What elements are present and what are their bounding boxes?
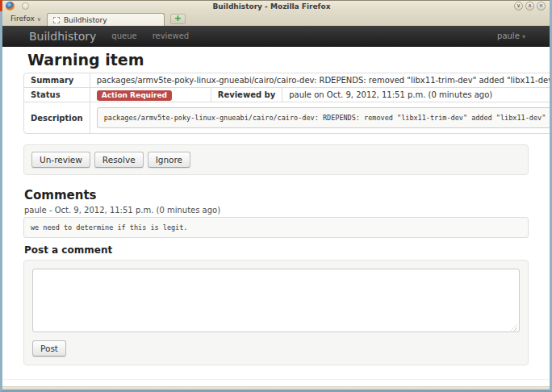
post-comment-heading: Post a comment — [24, 244, 529, 256]
actions-toolbar: Un-review Resolve Ignore — [23, 144, 529, 175]
maximize-icon: ∧ — [528, 2, 532, 9]
window-controls: ∨ ∧ × — [514, 2, 546, 10]
app-navbar: Buildhistory queue reviewed paule ▾ — [2, 26, 550, 47]
nav-link-reviewed[interactable]: reviewed — [153, 31, 190, 40]
maximize-button[interactable]: ∧ — [525, 2, 534, 10]
close-button[interactable]: × — [537, 2, 546, 10]
tab-label: Buildhistory — [64, 16, 107, 24]
comment-body: we need to determine if this is legit. — [23, 217, 529, 238]
summary-value: packages/armv5te-poky-linux-gnueabi/cair… — [90, 73, 550, 87]
app-brand[interactable]: Buildhistory — [29, 30, 96, 43]
description-row: Description packages/armv5te-poky-linux-… — [24, 102, 550, 133]
new-tab-button[interactable]: + — [170, 14, 186, 24]
page-content: Warning item Summary packages/armv5te-po… — [2, 47, 550, 386]
status-label: Status — [24, 87, 90, 102]
window-titlebar: Buildhistory - Mozilla Firefox ∨ ∧ × — [2, 0, 550, 11]
window-title: Buildhistory - Mozilla Firefox — [32, 2, 511, 11]
unreview-button[interactable]: Un-review — [31, 152, 90, 168]
summary-row: Summary packages/armv5te-poky-linux-gnue… — [24, 73, 550, 87]
comment-meta: paule - Oct. 9, 2012, 11:51 p.m. (0 minu… — [24, 206, 529, 215]
description-value: packages/armv5te-poky-linux-gnueabi/cair… — [97, 107, 550, 128]
post-button[interactable]: Post — [32, 340, 66, 357]
summary-label: Summary — [24, 73, 90, 87]
user-dropdown[interactable]: paule ▾ — [497, 31, 525, 40]
firefox-menu-label: Firefox — [10, 15, 35, 23]
post-comment-panel: Post — [23, 260, 529, 365]
caret-down-icon: ▾ — [522, 33, 525, 40]
user-name: paule — [497, 31, 520, 40]
browser-window: Buildhistory - Mozilla Firefox ∨ ∧ × Fir… — [0, 0, 552, 392]
ignore-button[interactable]: Ignore — [148, 152, 190, 168]
tab-buildhistory[interactable]: Buildhistory — [47, 13, 165, 26]
reviewed-by-value: paule on Oct. 9, 2012, 11:51 p.m. (0 min… — [282, 87, 550, 102]
desktop-corner — [0, 0, 2, 11]
resolve-button[interactable]: Resolve — [94, 152, 144, 168]
page-favicon-icon — [53, 17, 60, 23]
plus-icon: + — [174, 13, 182, 23]
screen: Buildhistory - Mozilla Firefox ∨ ∧ × Fir… — [0, 0, 552, 392]
nav-link-queue[interactable]: queue — [111, 31, 136, 40]
firefox-menu-button[interactable]: Firefox∨ — [10, 15, 41, 23]
window-bottom-edge — [2, 386, 550, 390]
reviewed-by-label: Reviewed by — [211, 87, 282, 102]
status-badge: Action Required — [97, 90, 172, 101]
comment-textarea[interactable] — [32, 269, 520, 332]
page-title: Warning item — [27, 51, 529, 69]
minimize-button[interactable]: ∨ — [514, 2, 523, 10]
close-icon: × — [539, 2, 544, 9]
tab-bar: Firefox∨ Buildhistory + — [2, 11, 550, 26]
comments-heading: Comments — [24, 188, 529, 202]
status-row: Status Action Required Reviewed by paule… — [24, 87, 550, 102]
status-badge-cell: Action Required — [90, 87, 211, 102]
chevron-down-icon: ∨ — [37, 16, 41, 23]
minimize-icon: ∨ — [516, 2, 521, 9]
firefox-icon — [6, 2, 15, 10]
window-menu-button[interactable] — [22, 2, 29, 10]
warning-detail-table: Summary packages/armv5te-poky-linux-gnue… — [23, 73, 550, 134]
description-label: Description — [24, 102, 90, 133]
